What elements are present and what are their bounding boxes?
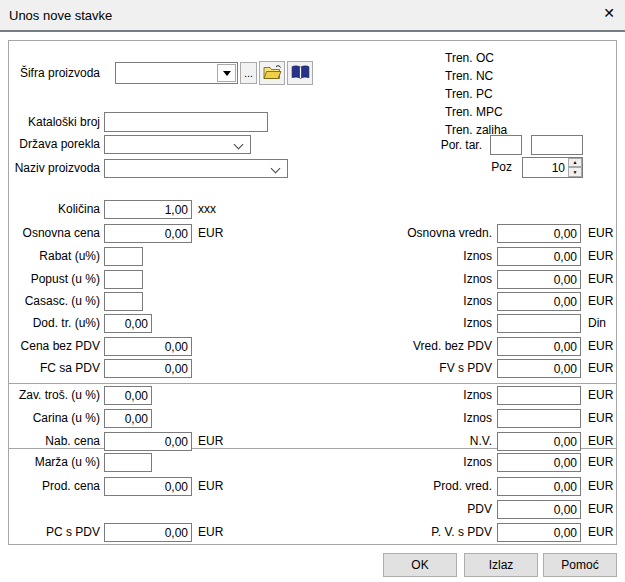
pomoc-button[interactable]: Pomoć: [543, 553, 617, 577]
carina-label: Carina (u %): [8, 409, 100, 428]
iznos-3-field[interactable]: [497, 292, 581, 311]
open-folder-icon: [263, 65, 282, 81]
naziv-proizvoda-combobox[interactable]: [104, 159, 288, 178]
prod-cena-field[interactable]: [104, 477, 192, 496]
iznos-3-unit: EUR: [588, 292, 613, 311]
poz-input[interactable]: [524, 159, 567, 176]
sifra-dropdown-button[interactable]: [217, 64, 236, 82]
iznos-5-field[interactable]: [497, 386, 581, 405]
dod-tr-field[interactable]: [104, 314, 152, 333]
kolicina-field[interactable]: [104, 200, 192, 219]
nab-cena-label: Nab. cena: [8, 432, 100, 451]
iznos-6-unit: EUR: [588, 409, 613, 428]
iznos-4-field[interactable]: [497, 314, 581, 333]
chevron-down-icon: [234, 140, 244, 150]
zav-tros-label: Zav. troš. (u %): [8, 386, 100, 405]
title-bar: Unos nove stavke ✕: [0, 0, 625, 32]
drzava-porekla-label: Država porekla: [8, 135, 100, 154]
marza-label: Marža (u %): [8, 453, 100, 472]
fv-s-pdv-unit: EUR: [588, 359, 613, 378]
pdv-label: PDV: [386, 500, 492, 519]
osnovna-cena-field[interactable]: [104, 224, 192, 243]
carina-field[interactable]: [104, 409, 152, 428]
spin-down-icon: ▼: [573, 170, 578, 175]
fv-s-pdv-field[interactable]: [497, 359, 581, 378]
por-tar-field-1[interactable]: [490, 135, 522, 155]
iznos-2-unit: EUR: [588, 270, 613, 289]
nv-field[interactable]: [497, 432, 581, 451]
osnovna-vredn-label: Osnovna vredn.: [386, 224, 492, 243]
zav-tros-field[interactable]: [104, 386, 152, 405]
nv-unit: EUR: [588, 432, 613, 451]
casasc-field[interactable]: [104, 292, 143, 311]
popust-field[interactable]: [104, 270, 143, 289]
vred-bez-pdv-unit: EUR: [588, 337, 613, 356]
pc-s-pdv-field[interactable]: [104, 523, 192, 542]
ellipsis-button[interactable]: ...: [240, 62, 257, 84]
kolicina-label: Količina: [8, 200, 100, 219]
dropdown-arrow-icon: [223, 71, 231, 76]
book-icon: [291, 65, 310, 81]
osnovna-cena-label: Osnovna cena: [8, 224, 100, 243]
close-icon: ✕: [603, 5, 615, 21]
pv-s-pdv-unit: EUR: [588, 523, 613, 542]
poz-label: Poz: [470, 160, 512, 174]
prod-cena-unit: EUR: [198, 477, 223, 496]
sifra-proizvoda-combobox[interactable]: [115, 62, 238, 84]
fc-sa-pdv-field[interactable]: [104, 359, 192, 378]
spinner-buttons: ▲ ▼: [568, 158, 582, 177]
tren-nc-label: Tren. NC: [445, 69, 493, 83]
nv-label: N.V.: [386, 432, 492, 451]
spin-up-icon: ▲: [573, 160, 578, 165]
sifra-proizvoda-label: Šifra proizvoda: [8, 62, 100, 84]
marza-field[interactable]: [104, 453, 152, 472]
ellipsis-icon: ...: [244, 68, 253, 78]
pc-s-pdv-unit: EUR: [198, 523, 223, 542]
izlaz-button[interactable]: Izlaz: [464, 553, 538, 577]
iznos-2-field[interactable]: [497, 270, 581, 289]
prod-cena-label: Prod. cena: [8, 477, 100, 496]
osnovna-vredn-field[interactable]: [497, 224, 581, 243]
pdv-unit: EUR: [588, 500, 613, 519]
pv-s-pdv-label: P. V. s PDV: [386, 523, 492, 542]
iznos-1-label: Iznos: [386, 247, 492, 266]
iznos-2-label: Iznos: [386, 270, 492, 289]
prod-vred-label: Prod. vred.: [386, 477, 492, 496]
ok-button[interactable]: OK: [383, 553, 457, 577]
poz-spinner[interactable]: ▲ ▼: [522, 157, 583, 178]
rabat-label: Rabat (u%): [8, 247, 100, 266]
osnovna-cena-unit: EUR: [198, 224, 223, 243]
spin-down-button[interactable]: ▼: [568, 167, 582, 177]
rabat-field[interactable]: [104, 247, 143, 266]
iznos-6-field[interactable]: [497, 409, 581, 428]
open-folder-button[interactable]: [259, 61, 285, 85]
iznos-5-unit: EUR: [588, 386, 613, 405]
sifra-proizvoda-input[interactable]: [117, 64, 215, 82]
naziv-proizvoda-input[interactable]: [106, 161, 268, 176]
vred-bez-pdv-field[interactable]: [497, 337, 581, 356]
prod-vred-field[interactable]: [497, 477, 581, 496]
iznos-3-label: Iznos: [386, 292, 492, 311]
por-tar-field-2[interactable]: [531, 135, 583, 155]
drzava-porekla-combobox[interactable]: [104, 135, 251, 154]
catalog-book-button[interactable]: [287, 61, 313, 85]
fc-sa-pdv-label: FC sa PDV: [8, 359, 100, 378]
popust-label: Popust (u %): [8, 270, 100, 289]
iznos-1-field[interactable]: [497, 247, 581, 266]
iznos-4-unit: Din: [588, 314, 606, 333]
close-button[interactable]: ✕: [598, 2, 620, 24]
nab-cena-field[interactable]: [104, 432, 192, 451]
kataloski-broj-field[interactable]: [104, 112, 268, 132]
pdv-field[interactable]: [497, 500, 581, 519]
cena-bez-pdv-field[interactable]: [104, 337, 192, 356]
iznos-7-unit: EUR: [588, 453, 613, 472]
drzava-porekla-input[interactable]: [106, 137, 231, 152]
cena-bez-pdv-label: Cena bez PDV: [8, 337, 100, 356]
tren-mpc-label: Tren. MPC: [445, 105, 503, 119]
iznos-7-field[interactable]: [497, 453, 581, 472]
fv-s-pdv-label: FV s PDV: [386, 359, 492, 378]
osnovna-vredn-unit: EUR: [588, 224, 613, 243]
spin-up-button[interactable]: ▲: [568, 158, 582, 167]
nab-cena-unit: EUR: [198, 432, 223, 451]
pv-s-pdv-field[interactable]: [497, 523, 581, 542]
